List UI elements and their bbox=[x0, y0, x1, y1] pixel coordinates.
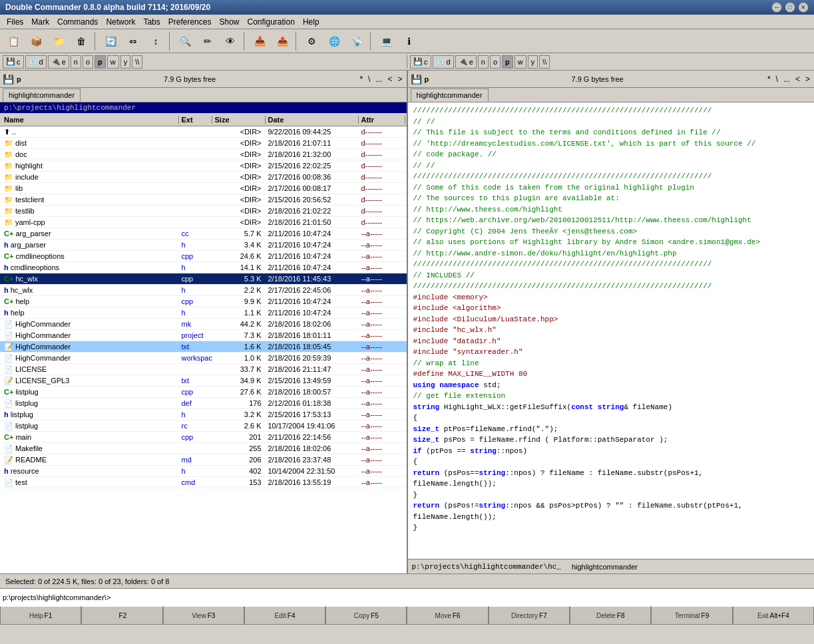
right-nav-next[interactable]: > bbox=[804, 75, 811, 84]
file-row[interactable]: 📁testclient<DIR>2/15/2016 20:56:52d-----… bbox=[0, 194, 407, 206]
file-row[interactable]: 📁doc<DIR>2/18/2016 21:32:00d------- bbox=[0, 149, 407, 160]
tb-term-btn[interactable]: 💻 bbox=[375, 31, 397, 51]
left-drive-o[interactable]: o bbox=[83, 55, 93, 69]
file-row[interactable]: hlistplugh3.2 K2/15/2016 17:53:13--a----… bbox=[0, 409, 407, 420]
menu-configuration[interactable]: Configuration bbox=[243, 16, 298, 28]
right-drive-o[interactable]: o bbox=[490, 55, 501, 69]
tb-copy-btn[interactable]: 📋 bbox=[3, 31, 24, 51]
left-nav-backslash[interactable]: \ bbox=[367, 75, 371, 84]
code-view[interactable]: ////////////////////////////////////////… bbox=[408, 102, 815, 559]
left-drive-p[interactable]: p bbox=[95, 55, 106, 69]
right-drive-w[interactable]: w bbox=[514, 55, 526, 69]
right-drive-e[interactable]: 🔌 e bbox=[455, 55, 477, 69]
tb-options-btn[interactable]: ⚙ bbox=[301, 31, 322, 51]
file-row[interactable]: 📄HighCommandermk44.2 K2/18/2016 18:02:06… bbox=[0, 319, 407, 330]
left-drive-w[interactable]: w bbox=[107, 55, 119, 69]
tb-edit-btn[interactable]: ✏ bbox=[197, 31, 218, 51]
file-row[interactable]: 📄HighCommanderproject7.3 K2/18/2016 18:0… bbox=[0, 330, 407, 341]
header-date[interactable]: Date bbox=[266, 116, 359, 124]
right-drive-y[interactable]: y bbox=[528, 55, 538, 69]
menu-tabs[interactable]: Tabs bbox=[139, 16, 164, 28]
menu-show[interactable]: Show bbox=[215, 16, 243, 28]
tb-swap-btn[interactable]: ↕ bbox=[145, 31, 166, 51]
cmd-input[interactable] bbox=[110, 593, 811, 601]
tb-newdir-btn[interactable]: 📁 bbox=[48, 31, 69, 51]
file-row[interactable]: 📄HighCommanderworkspace1.0 K2/18/2016 20… bbox=[0, 353, 407, 364]
file-row[interactable]: 📄listplugdef1762/12/2016 01:18:38--a----… bbox=[0, 398, 407, 409]
left-drive-n[interactable]: n bbox=[71, 55, 81, 69]
file-row[interactable]: ⬆..<DIR>9/22/2016 09:44:25d------- bbox=[0, 126, 407, 138]
menu-network[interactable]: Network bbox=[102, 16, 139, 28]
left-drive-unc[interactable]: \\ bbox=[132, 55, 142, 69]
tb-info-btn[interactable]: ℹ bbox=[398, 31, 419, 51]
file-row[interactable]: hhelph1.1 K2/11/2016 10:47:24--a----- bbox=[0, 307, 407, 319]
right-nav-star[interactable]: * bbox=[766, 75, 772, 84]
file-row[interactable]: 📁include<DIR>2/17/2016 00:08:36d------- bbox=[0, 172, 407, 183]
file-row[interactable]: 📄listplugrc2.6 K10/17/2004 19:41:06--a--… bbox=[0, 420, 407, 432]
tb-pack-btn[interactable]: 📥 bbox=[249, 31, 270, 51]
btn-terminal[interactable]: TerminalF9 bbox=[651, 606, 732, 625]
file-row[interactable]: C+cmdlineoptionscpp24.6 K2/11/2016 10:47… bbox=[0, 251, 407, 262]
btn-move[interactable]: MoveF6 bbox=[407, 606, 488, 625]
left-nav-dots[interactable]: ... bbox=[374, 75, 383, 84]
tb-network-btn[interactable]: 🌐 bbox=[323, 31, 345, 51]
right-drive-n[interactable]: n bbox=[478, 55, 489, 69]
tb-equal-btn[interactable]: ⇔ bbox=[122, 31, 144, 51]
file-row[interactable]: hresourceh40210/14/2004 22:31:50--a----- bbox=[0, 466, 407, 477]
right-drive-c[interactable]: 💾 c bbox=[410, 55, 431, 69]
file-row[interactable]: hcmdlineoptionsh14.1 K2/11/2016 10:47:24… bbox=[0, 262, 407, 273]
header-size[interactable]: Size bbox=[212, 116, 266, 124]
btn-help[interactable]: HelpF1 bbox=[0, 606, 81, 625]
btn-edit[interactable]: EditF4 bbox=[244, 606, 325, 625]
left-drive-c[interactable]: 💾 c bbox=[3, 55, 24, 69]
file-row[interactable]: C+hc_wlxcpp5.3 K2/18/2016 11:45:43--a---… bbox=[0, 273, 407, 285]
tb-unpack-btn[interactable]: 📤 bbox=[272, 31, 293, 51]
close-button[interactable]: ✕ bbox=[798, 2, 809, 13]
left-nav-star[interactable]: * bbox=[358, 75, 364, 84]
btn-f2[interactable]: F2 bbox=[81, 606, 162, 625]
tb-ftp-btn[interactable]: 📡 bbox=[346, 31, 367, 51]
menu-files[interactable]: Files bbox=[3, 16, 27, 28]
left-path-display[interactable]: p:\projects\highlightcommander bbox=[0, 102, 407, 113]
right-drive-p[interactable]: p bbox=[502, 55, 513, 69]
left-nav-next[interactable]: > bbox=[396, 75, 403, 84]
tb-move-btn[interactable]: 📦 bbox=[25, 31, 47, 51]
file-row[interactable]: C+maincpp2012/11/2016 22:14:56--a----- bbox=[0, 432, 407, 443]
menu-commands[interactable]: Commands bbox=[53, 16, 102, 28]
btn-copy[interactable]: CopyF5 bbox=[325, 606, 407, 625]
right-drive-d[interactable]: 💿 d bbox=[433, 55, 454, 69]
file-row[interactable]: harg_parserh3.4 K2/11/2016 10:47:24--a--… bbox=[0, 240, 407, 251]
file-row[interactable]: 📁testlib<DIR>2/18/2016 21:02:22d------- bbox=[0, 206, 407, 217]
left-nav-prev[interactable]: < bbox=[386, 75, 393, 84]
btn-delete[interactable]: DeleteF8 bbox=[570, 606, 651, 625]
right-tab-highlightcommander[interactable]: highlightcommander bbox=[411, 88, 489, 102]
file-row[interactable]: 📁dist<DIR>2/18/2016 21:07:11d------- bbox=[0, 138, 407, 149]
file-row[interactable]: 📁lib<DIR>2/17/2016 00:08:17d------- bbox=[0, 183, 407, 194]
tb-delete-btn[interactable]: 🗑 bbox=[71, 31, 92, 51]
tb-refresh-btn[interactable]: 🔄 bbox=[100, 31, 121, 51]
maximize-button[interactable]: □ bbox=[785, 2, 795, 13]
header-name[interactable]: Name bbox=[1, 116, 179, 124]
minimize-button[interactable]: ─ bbox=[771, 2, 782, 13]
file-row[interactable]: 📝LICENSE_GPL3txt34.9 K2/15/2016 13:49:59… bbox=[0, 375, 407, 387]
file-row[interactable]: 📄testcmd1532/18/2016 13:55:19--a----- bbox=[0, 477, 407, 488]
tb-view-btn[interactable]: 👁 bbox=[220, 31, 241, 51]
file-row[interactable]: hhc_wlxh2.2 K2/17/2016 22:45:06--a----- bbox=[0, 285, 407, 296]
file-row[interactable]: 📁highlight<DIR>2/15/2016 22:02:25d------… bbox=[0, 160, 407, 172]
file-row[interactable]: C+listplugcpp27.6 K2/18/2016 18:00:57--a… bbox=[0, 387, 407, 398]
header-attr[interactable]: Attr bbox=[359, 116, 405, 124]
left-tab-highlightcommander[interactable]: highlightcommander bbox=[3, 88, 81, 102]
tb-find-btn[interactable]: 🔍 bbox=[174, 31, 196, 51]
btn-view[interactable]: ViewF3 bbox=[163, 606, 244, 625]
btn-exit[interactable]: ExitAlt+F4 bbox=[733, 606, 814, 625]
file-row[interactable]: 📝READMEmd2062/18/2016 23:37:48--a----- bbox=[0, 454, 407, 466]
header-ext[interactable]: Ext bbox=[179, 116, 212, 124]
file-row[interactable]: 📁yaml-cpp<DIR>2/18/2016 21:01:50d------- bbox=[0, 217, 407, 228]
file-row[interactable]: C+arg_parsercc5.7 K2/11/2016 10:47:24--a… bbox=[0, 228, 407, 240]
btn-directory[interactable]: DirectoryF7 bbox=[489, 606, 570, 625]
menu-preferences[interactable]: Preferences bbox=[164, 16, 216, 28]
left-drive-e[interactable]: 🔌 e bbox=[48, 55, 69, 69]
file-row[interactable]: 📄Makefile2552/18/2016 18:02:06--a----- bbox=[0, 443, 407, 454]
file-row[interactable]: 📝HighCommandertxt1.6 K2/18/2016 18:05:45… bbox=[0, 341, 407, 353]
menu-mark[interactable]: Mark bbox=[27, 16, 53, 28]
